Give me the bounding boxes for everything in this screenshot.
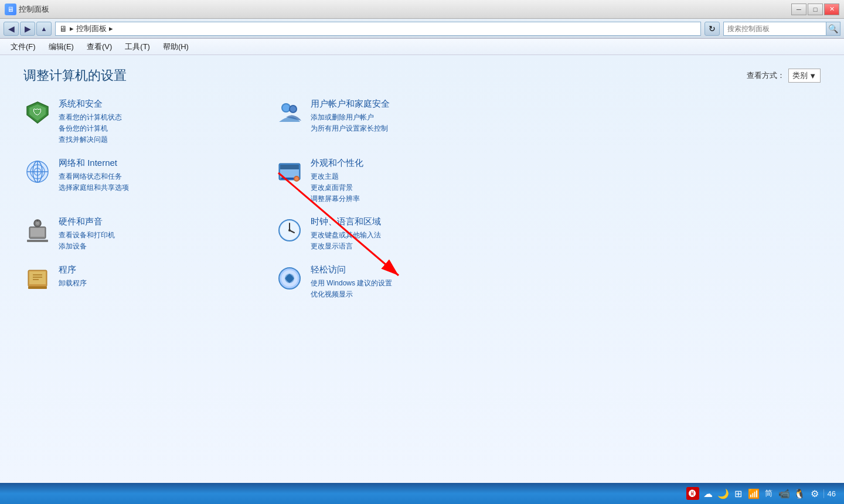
cp-item-network[interactable]: 网络和 Internet 查看网络状态和任务 选择家庭组和共享选项 <box>23 158 240 205</box>
svg-rect-36 <box>28 287 47 289</box>
system-link-1[interactable]: 查看您的计算机状态 <box>59 112 240 123</box>
menu-help[interactable]: 帮助(H) <box>157 40 195 54</box>
appearance-icon <box>275 158 304 186</box>
window-controls: ─ □ ✕ <box>791 4 839 15</box>
cp-item-programs[interactable]: 程序 卸载程序 <box>23 264 240 300</box>
cp-item-user-accounts[interactable]: 用户帐户和家庭安全 添加或删除用户帐户 为所有用户设置家长控制 <box>275 98 492 146</box>
cp-item-system-security[interactable]: 🛡 系统和安全 查看您的计算机状态 备份您的计算机 查找并解决问题 <box>23 98 240 146</box>
network-icon <box>23 158 52 186</box>
svg-point-4 <box>283 104 290 111</box>
taskbar-icon-video[interactable]: 📹 <box>778 487 791 500</box>
clock-link-1[interactable]: 更改键盘或其他输入法 <box>311 230 492 241</box>
system-security-icon: 🛡 <box>23 98 52 127</box>
taskbar-icon-moon[interactable]: 🌙 <box>717 487 730 500</box>
taskbar-icon-signal[interactable]: 📶 <box>747 487 760 500</box>
window-icon: 🖥 <box>5 4 16 15</box>
view-label: 查看方式： <box>747 70 785 81</box>
system-link-3[interactable]: 查找并解决问题 <box>59 134 240 145</box>
cp-item-hardware[interactable]: 硬件和声音 查看设备和打印机 添加设备 <box>23 216 240 252</box>
programs-icon <box>23 264 52 292</box>
menu-view[interactable]: 查看(V) <box>81 40 118 54</box>
taskbar-icon-cloud[interactable]: ☁ <box>702 487 714 500</box>
menu-edit[interactable]: 编辑(E) <box>43 40 80 54</box>
network-link-1[interactable]: 查看网络状态和任务 <box>59 171 240 182</box>
taskbar-number: 46 <box>823 489 839 498</box>
svg-point-19 <box>295 177 298 181</box>
view-dropdown[interactable]: 类别 ▼ <box>788 69 821 83</box>
close-button[interactable]: ✕ <box>824 4 839 15</box>
view-mode-selector[interactable]: 查看方式： 类别 ▼ <box>747 69 821 83</box>
svg-rect-16 <box>280 165 299 169</box>
programs-title: 程序 <box>59 264 240 275</box>
taskbar-icon-settings[interactable]: ⚙ <box>808 487 821 500</box>
svg-rect-21 <box>30 228 45 237</box>
taskbar: 🅦 ☁ 🌙 ⊞ 📶 简 📹 🐧 ⚙ 46 <box>0 483 844 504</box>
page-header: 调整计算机的设置 查看方式： 类别 ▼ <box>23 67 821 84</box>
hardware-text: 硬件和声音 查看设备和打印机 添加设备 <box>59 216 240 252</box>
taskbar-icon-ime[interactable]: 🅦 <box>686 487 699 500</box>
svg-point-23 <box>36 222 39 225</box>
control-panel-grid: 🛡 系统和安全 查看您的计算机状态 备份您的计算机 查找并解决问题 <box>23 98 492 300</box>
clock-link-2[interactable]: 更改显示语言 <box>311 241 492 252</box>
refresh-button[interactable]: ↻ <box>705 22 720 36</box>
appearance-title: 外观和个性化 <box>311 158 492 169</box>
appearance-link-3[interactable]: 调整屏幕分辨率 <box>311 193 492 205</box>
network-link-2[interactable]: 选择家庭组和共享选项 <box>59 182 240 193</box>
address-path[interactable]: 🖥 ▸ 控制面板 ▸ <box>55 22 701 36</box>
path-separator2: ▸ <box>109 24 113 33</box>
user-accounts-icon <box>275 98 304 127</box>
hardware-icon <box>23 216 52 244</box>
search-button[interactable]: 🔍 <box>826 22 840 35</box>
search-input[interactable] <box>724 25 826 33</box>
minimize-button[interactable]: ─ <box>791 4 806 15</box>
accessibility-link-2[interactable]: 优化视频显示 <box>311 289 492 300</box>
taskbar-icon-grid[interactable]: ⊞ <box>732 487 745 500</box>
taskbar-icons: 🅦 ☁ 🌙 ⊞ 📶 简 📹 🐧 ⚙ 46 <box>686 487 839 500</box>
svg-point-6 <box>290 106 296 112</box>
hardware-link-1[interactable]: 查看设备和打印机 <box>59 230 240 241</box>
svg-text:🛡: 🛡 <box>33 107 42 117</box>
appearance-link-1[interactable]: 更改主题 <box>311 171 492 182</box>
user-link-1[interactable]: 添加或删除用户帐户 <box>311 112 492 123</box>
back-button[interactable]: ◀ <box>4 22 19 36</box>
forward-button[interactable]: ▶ <box>20 22 35 36</box>
cp-item-appearance[interactable]: 外观和个性化 更改主题 更改桌面背景 调整屏幕分辨率 <box>275 158 492 205</box>
maximize-button[interactable]: □ <box>808 4 823 15</box>
title-bar-left: 🖥 控制面板 <box>5 4 49 15</box>
taskbar-icon-security[interactable]: 🐧 <box>793 487 806 500</box>
menu-tools[interactable]: 工具(T) <box>119 40 156 54</box>
page-title: 调整计算机的设置 <box>23 67 127 84</box>
menu-file[interactable]: 文件(F) <box>5 40 42 54</box>
path-icon: 🖥 <box>59 24 67 33</box>
accessibility-link-1[interactable]: 使用 Windows 建议的设置 <box>311 278 492 289</box>
search-box[interactable]: 🔍 <box>723 22 840 36</box>
system-security-title: 系统和安全 <box>59 98 240 110</box>
accessibility-text: 轻松访问 使用 Windows 建议的设置 优化视频显示 <box>311 264 492 300</box>
appearance-link-2[interactable]: 更改桌面背景 <box>311 182 492 193</box>
path-separator: ▸ <box>70 24 74 33</box>
window-title: 控制面板 <box>19 4 49 15</box>
address-bar: ◀ ▶ ▲ 🖥 ▸ 控制面板 ▸ ↻ 🔍 <box>0 19 844 39</box>
path-text: 控制面板 <box>76 23 107 34</box>
programs-link-1[interactable]: 卸载程序 <box>59 278 240 289</box>
hardware-title: 硬件和声音 <box>59 216 240 227</box>
taskbar-icon-chinese[interactable]: 简 <box>763 487 775 500</box>
accessibility-title: 轻松访问 <box>311 264 492 275</box>
up-button[interactable]: ▲ <box>36 22 52 36</box>
main-content: 调整计算机的设置 查看方式： 类别 ▼ 🛡 系统和安全 查看您的计算机状态 <box>0 55 844 483</box>
clock-icon <box>275 216 304 244</box>
programs-text: 程序 卸载程序 <box>59 264 240 289</box>
clock-title: 时钟、语言和区域 <box>311 216 492 227</box>
network-text: 网络和 Internet 查看网络状态和任务 选择家庭组和共享选项 <box>59 158 240 193</box>
user-accounts-title: 用户帐户和家庭安全 <box>311 98 492 110</box>
hardware-link-2[interactable]: 添加设备 <box>59 241 240 252</box>
clock-text: 时钟、语言和区域 更改键盘或其他输入法 更改显示语言 <box>311 216 492 252</box>
network-title: 网络和 Internet <box>59 158 240 169</box>
menu-bar: 文件(F) 编辑(E) 查看(V) 工具(T) 帮助(H) <box>0 39 844 55</box>
cp-item-clock[interactable]: 时钟、语言和区域 更改键盘或其他输入法 更改显示语言 <box>275 216 492 252</box>
cp-item-accessibility[interactable]: 轻松访问 使用 Windows 建议的设置 优化视频显示 <box>275 264 492 300</box>
user-link-2[interactable]: 为所有用户设置家长控制 <box>311 123 492 134</box>
svg-rect-25 <box>27 240 48 242</box>
view-mode-value: 类别 <box>792 70 808 81</box>
system-link-2[interactable]: 备份您的计算机 <box>59 123 240 134</box>
